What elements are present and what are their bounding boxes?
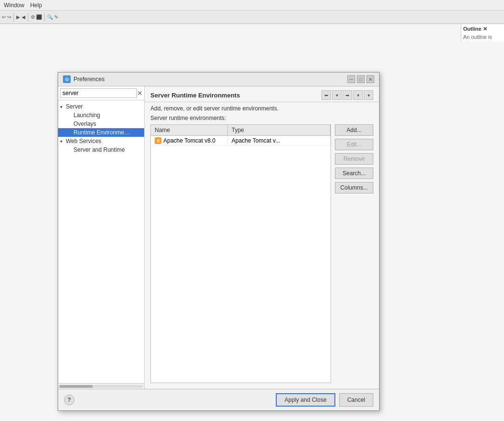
- ide-menubar: Window Help: [0, 0, 504, 11]
- tree-item-server[interactable]: ▾ Server: [58, 102, 144, 111]
- table-body[interactable]: 🖥 Apache Tomcat v8.0 Apache Tomcat v...: [151, 136, 331, 383]
- preferences-dialog: ⚙ Preferences ─ □ ✕ ✕ ▾ Server: [58, 72, 380, 411]
- right-toolbar: ⬅ ▾ ➡ ▾ ▾: [321, 90, 373, 100]
- forward-nav-button[interactable]: ▾: [332, 90, 342, 100]
- dialog-window-buttons: ─ □ ✕: [347, 75, 374, 83]
- close-button[interactable]: ✕: [367, 75, 374, 83]
- right-content: Name Type 🖥 Apache Tomcat v8.0 Apache To…: [145, 124, 379, 389]
- dialog-titlebar: ⚙ Preferences ─ □ ✕: [58, 72, 379, 86]
- environments-table: Name Type 🖥 Apache Tomcat v8.0 Apache To…: [150, 124, 331, 383]
- tree-container: ▾ Server Launching Overlays Runtime Envi…: [58, 100, 144, 383]
- tree-label-launching: Launching: [74, 112, 100, 119]
- remove-button[interactable]: Remove: [335, 153, 373, 165]
- server-type-icon: 🖥: [155, 137, 161, 144]
- expand-icon-server: ▾: [60, 104, 66, 109]
- right-header: Server Runtime Environments ⬅ ▾ ➡ ▾ ▾: [145, 86, 379, 102]
- scrollbar-thumb: [59, 385, 93, 388]
- dialog-body: ✕ ▾ Server Launching Overlays: [58, 86, 379, 389]
- footer-buttons: Apply and Close Cancel: [276, 393, 373, 407]
- cancel-button[interactable]: Cancel: [339, 393, 373, 407]
- right-panel: Server Runtime Environments ⬅ ▾ ➡ ▾ ▾ Ad…: [145, 86, 379, 389]
- tree-item-launching[interactable]: Launching: [58, 111, 144, 120]
- forward-button[interactable]: ➡: [343, 90, 352, 100]
- expand-icon-web-services: ▾: [60, 139, 66, 144]
- th-name: Name: [151, 125, 228, 135]
- right-description: Add, remove, or edit server runtime envi…: [145, 102, 379, 114]
- right-title: Server Runtime Environments: [150, 92, 240, 99]
- outline-text: An outline is: [463, 34, 502, 40]
- tree-label-runtime: Runtime Environme…: [74, 129, 130, 136]
- action-buttons-panel: Add... Edit... Remove Search... Columns.…: [335, 124, 373, 383]
- left-panel: ✕ ▾ Server Launching Overlays: [58, 86, 145, 389]
- forward-nav-button2[interactable]: ▾: [353, 90, 363, 100]
- menu-window[interactable]: Window: [4, 2, 25, 9]
- outline-panel: Outline ✕ An outline is: [461, 24, 504, 42]
- tree-label-server: Server: [66, 103, 83, 110]
- tree-label-web-services: Web Services: [66, 138, 101, 144]
- section-label: Server runtime environments:: [145, 114, 379, 124]
- outline-title: Outline ✕: [463, 26, 502, 32]
- tree-label-overlays: Overlays: [74, 120, 96, 127]
- dialog-title: Preferences: [74, 76, 105, 83]
- dialog-footer: ? Apply and Close Cancel: [58, 389, 379, 410]
- columns-button[interactable]: Columns...: [335, 182, 373, 193]
- dialog-title-area: ⚙ Preferences: [63, 75, 105, 83]
- ide-toolbar: ↩ ↪ ▶ ◀ ⚙ ⬛ 🔍 ✎: [0, 11, 504, 24]
- td-name: 🖥 Apache Tomcat v8.0: [151, 136, 228, 145]
- search-button[interactable]: Search...: [335, 168, 373, 179]
- search-box: ✕: [58, 86, 144, 100]
- menu-button[interactable]: ▾: [364, 90, 373, 100]
- menu-help[interactable]: Help: [30, 2, 42, 9]
- restore-button[interactable]: □: [357, 75, 365, 83]
- dialog-icon: ⚙: [63, 75, 71, 83]
- tree-label-server-runtime: Server and Runtime: [74, 146, 125, 153]
- tree-item-server-runtime[interactable]: Server and Runtime: [58, 145, 144, 154]
- table-header: Name Type: [151, 125, 331, 136]
- edit-button[interactable]: Edit...: [335, 139, 373, 150]
- th-type: Type: [228, 125, 331, 135]
- help-button[interactable]: ?: [64, 395, 74, 405]
- search-clear-button[interactable]: ✕: [137, 89, 143, 97]
- td-type: Apache Tomcat v...: [228, 136, 331, 145]
- tree-item-runtime[interactable]: Runtime Environme…: [58, 128, 144, 137]
- tree-item-overlays[interactable]: Overlays: [58, 120, 144, 128]
- horizontal-scrollbar[interactable]: [58, 383, 144, 389]
- add-button[interactable]: Add...: [335, 124, 373, 136]
- scrollbar-track: [59, 385, 143, 388]
- apply-close-button[interactable]: Apply and Close: [276, 393, 335, 407]
- back-button[interactable]: ⬅: [321, 90, 331, 100]
- search-input[interactable]: [60, 88, 137, 98]
- tree-item-web-services[interactable]: ▾ Web Services: [58, 137, 144, 145]
- table-row[interactable]: 🖥 Apache Tomcat v8.0 Apache Tomcat v...: [151, 136, 331, 146]
- minimize-button[interactable]: ─: [347, 75, 355, 83]
